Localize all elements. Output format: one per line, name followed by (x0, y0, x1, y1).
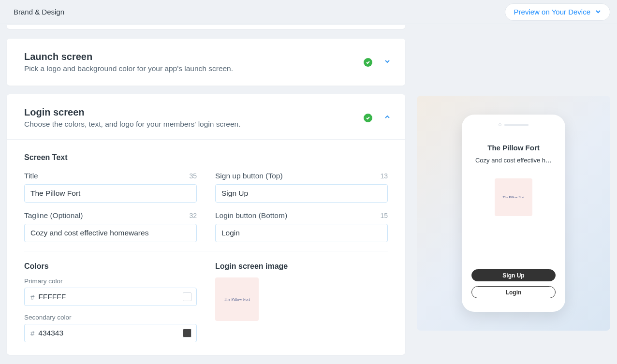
loginbtn-label: Login button (Bottom) (215, 211, 287, 220)
previous-card-edge (7, 25, 405, 29)
login-card-text: Login screen Choose the colors, text, an… (24, 107, 241, 129)
loginbtn-count: 15 (380, 212, 388, 219)
phone-signup-button: Sign Up (471, 269, 556, 281)
check-icon (364, 114, 372, 122)
login-image-heading: Login screen image (215, 262, 388, 271)
colors-column: Colors Primary color # Secondary color # (24, 262, 197, 350)
tagline-input[interactable] (24, 224, 197, 242)
secondary-color-label: Secondary color (24, 314, 197, 321)
chevron-down-icon[interactable] (384, 58, 391, 67)
signup-input[interactable] (215, 184, 388, 203)
hash-symbol: # (30, 293, 34, 301)
check-icon (364, 58, 372, 67)
primary-color-input-wrap[interactable]: # (24, 288, 197, 306)
title-field: Title 35 (24, 172, 197, 203)
tagline-count: 32 (189, 212, 197, 219)
launch-title: Launch screen (24, 51, 233, 62)
chevron-up-icon[interactable] (384, 114, 391, 122)
phone-mockup: The Pillow Fort Cozy and cost effective … (462, 115, 565, 312)
topbar: Brand & Design Preview on Your Device (0, 0, 617, 24)
phone-signup-label: Sign Up (502, 272, 524, 279)
secondary-color-swatch[interactable] (183, 329, 191, 337)
chevron-down-icon (595, 8, 601, 16)
title-label: Title (24, 172, 38, 180)
phone-notch (467, 123, 560, 126)
secondary-color-input[interactable] (38, 329, 179, 337)
logo-text: The Pillow Fort (224, 297, 250, 302)
phone-tagline: Cozy and cost effective h… (467, 157, 560, 164)
signup-button-field: Sign up button (Top) 13 (215, 172, 388, 203)
phone-login-label: Login (506, 289, 522, 296)
loginbtn-input[interactable] (215, 224, 388, 242)
phone-preview-panel: The Pillow Fort Cozy and cost effective … (417, 96, 610, 331)
phone-title: The Pillow Fort (467, 144, 560, 152)
signup-count: 13 (380, 172, 388, 180)
title-input[interactable] (24, 184, 197, 203)
speaker-icon (504, 124, 529, 126)
primary-color-input[interactable] (38, 292, 179, 301)
tagline-label: Tagline (Optional) (24, 211, 83, 220)
preview-button-label: Preview on Your Device (514, 8, 590, 16)
secondary-color-input-wrap[interactable]: # (24, 324, 197, 342)
tagline-field: Tagline (Optional) 32 (24, 211, 197, 242)
title-count: 35 (189, 172, 197, 180)
hash-symbol: # (30, 329, 34, 337)
divider (24, 251, 388, 251)
primary-color-swatch[interactable] (183, 292, 191, 301)
login-card-body: Screen Text Title 35 Sign up button (Top… (7, 140, 405, 355)
login-title: Login screen (24, 107, 241, 118)
signup-label: Sign up button (Top) (215, 172, 283, 180)
primary-color-label: Primary color (24, 277, 197, 285)
login-card-header[interactable]: Login screen Choose the colors, text, an… (7, 94, 405, 140)
phone-logo-text: The Pillow Fort (503, 195, 524, 199)
phone-logo: The Pillow Fort (495, 178, 532, 216)
login-screen-card: Login screen Choose the colors, text, an… (7, 94, 405, 355)
camera-icon (499, 123, 501, 126)
login-screen-image-thumb[interactable]: The Pillow Fort (215, 277, 259, 321)
colors-heading: Colors (24, 262, 197, 271)
launch-screen-card[interactable]: Launch screen Pick a logo and background… (7, 39, 405, 86)
page-title: Brand & Design (14, 8, 64, 16)
launch-description: Pick a logo and background color for you… (24, 64, 233, 73)
login-image-column: Login screen image The Pillow Fort (215, 262, 388, 350)
login-button-field: Login button (Bottom) 15 (215, 211, 388, 242)
login-description: Choose the colors, text, and logo for yo… (24, 120, 241, 129)
screen-text-heading: Screen Text (24, 153, 388, 162)
phone-login-button: Login (471, 286, 556, 298)
launch-card-text: Launch screen Pick a logo and background… (24, 51, 233, 73)
preview-on-device-button[interactable]: Preview on Your Device (505, 3, 610, 21)
